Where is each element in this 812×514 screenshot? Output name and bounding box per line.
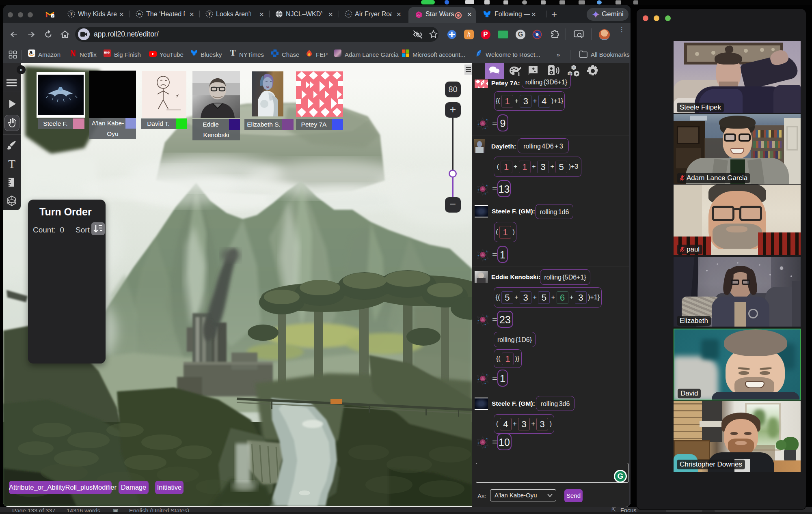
- svg-text:W: W: [138, 12, 141, 16]
- svg-text:2: 2: [52, 14, 54, 18]
- svg-text:T: T: [70, 12, 73, 16]
- svg-text:T: T: [208, 12, 211, 16]
- svg-text:ck: ck: [348, 13, 350, 15]
- svg-text:20: 20: [417, 13, 421, 16]
- svg-text:#: #: [573, 66, 575, 69]
